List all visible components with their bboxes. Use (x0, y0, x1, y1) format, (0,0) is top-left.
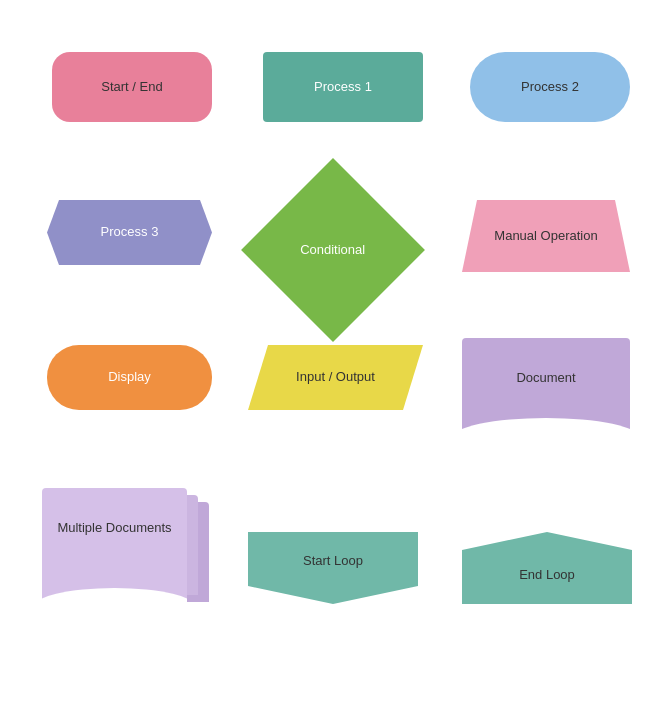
manual-op-shape[interactable]: Manual Operation (462, 200, 630, 272)
start-end-shape[interactable]: Start / End (52, 52, 212, 122)
process2-label: Process 2 (521, 79, 579, 96)
process1-shape[interactable]: Process 1 (263, 52, 423, 122)
canvas: Start / End Process 1 Process 2 Process … (0, 0, 669, 704)
document-wave (462, 418, 630, 438)
start-loop-shape[interactable]: Start Loop (248, 532, 418, 604)
input-output-label: Input / Output (296, 369, 375, 386)
multi-doc-wave (42, 588, 187, 608)
conditional-label: Conditional (278, 242, 388, 259)
conditional-shape[interactable]: Conditional (241, 158, 425, 342)
multiple-documents-label: Multiple Documents (42, 488, 187, 568)
multiple-documents-shape[interactable]: Multiple Documents (42, 488, 220, 608)
end-loop-label: End Loop (519, 567, 575, 584)
process3-label: Process 3 (101, 224, 159, 241)
process1-label: Process 1 (314, 79, 372, 96)
display-shape[interactable]: Display (47, 345, 212, 410)
conditional-wrapper: Conditional (248, 165, 418, 335)
end-loop-shape[interactable]: End Loop (462, 532, 632, 604)
process2-shape[interactable]: Process 2 (470, 52, 630, 122)
input-output-shape[interactable]: Input / Output (248, 345, 423, 410)
document-shape[interactable]: Document (462, 338, 630, 438)
manual-op-label: Manual Operation (494, 228, 597, 245)
start-end-label: Start / End (101, 79, 162, 96)
document-body: Document (462, 338, 630, 418)
display-label: Display (108, 369, 151, 386)
document-label: Document (516, 370, 575, 387)
process3-shape[interactable]: Process 3 (47, 200, 212, 265)
start-loop-label: Start Loop (303, 553, 363, 570)
